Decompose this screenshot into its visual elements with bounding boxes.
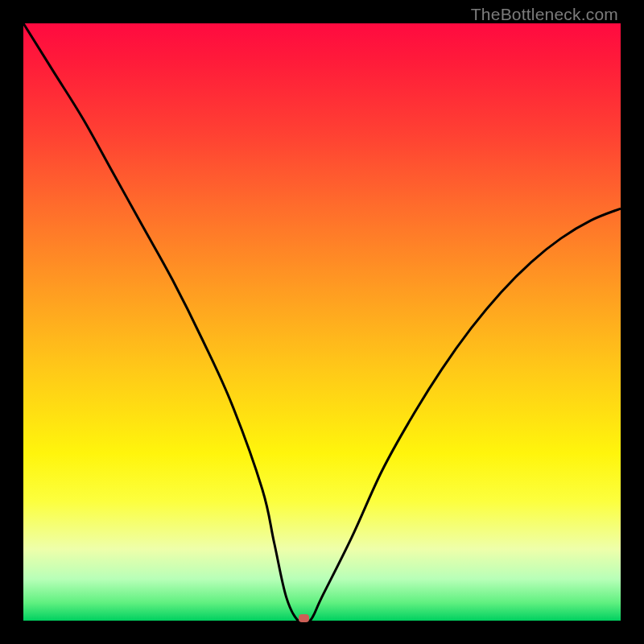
minimum-marker [299, 614, 309, 622]
bottleneck-curve [23, 23, 621, 621]
watermark-text: TheBottleneck.com [471, 5, 618, 24]
chart-container: TheBottleneck.com [0, 0, 644, 644]
